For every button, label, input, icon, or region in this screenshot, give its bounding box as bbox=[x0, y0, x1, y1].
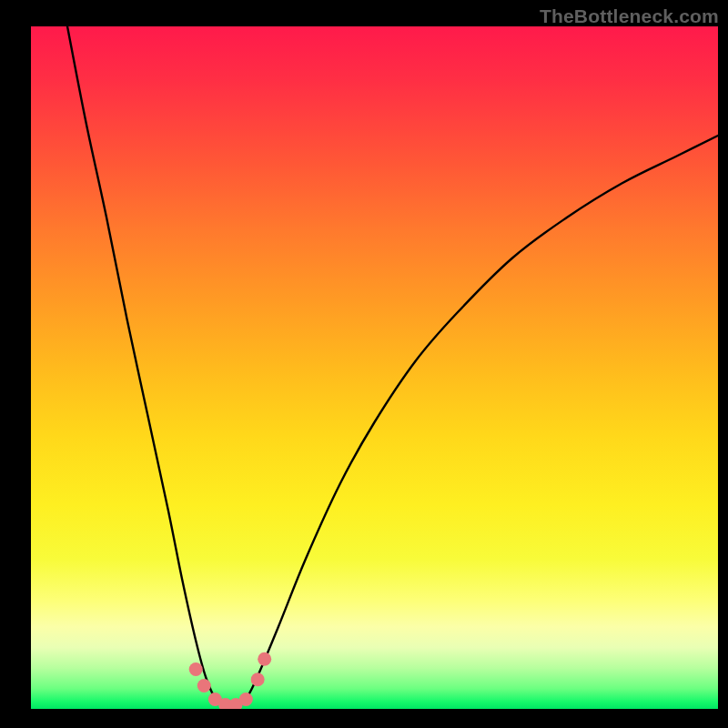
bottleneck-curve bbox=[67, 26, 718, 706]
curve-layer bbox=[67, 26, 718, 706]
curve-marker bbox=[251, 672, 265, 686]
chart-frame: TheBottleneck.com bbox=[0, 0, 728, 728]
curve-marker bbox=[189, 662, 203, 676]
curve-marker bbox=[258, 652, 271, 666]
chart-svg bbox=[31, 26, 718, 709]
watermark-text: TheBottleneck.com bbox=[540, 5, 719, 27]
curve-marker bbox=[197, 679, 211, 693]
curve-marker bbox=[239, 693, 253, 706]
plot-area bbox=[31, 26, 718, 709]
